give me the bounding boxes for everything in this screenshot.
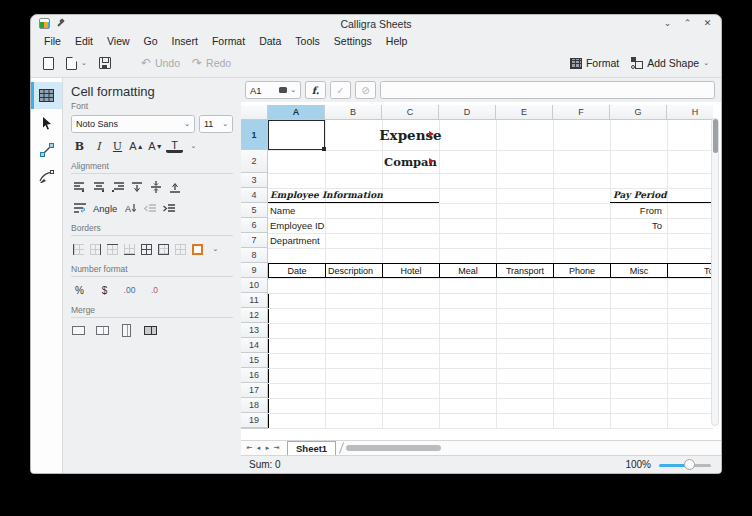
formula-wizard-button[interactable]: f. <box>305 81 326 99</box>
spreadsheet-grid[interactable]: 19181716151413121110987654321HGFEDCBA Ex… <box>241 105 713 431</box>
bold-button[interactable]: B <box>71 138 88 154</box>
zoom-slider-handle[interactable] <box>684 459 695 470</box>
pin-icon[interactable] <box>56 19 65 28</box>
column-header-c[interactable]: C <box>382 105 439 120</box>
font-family-select[interactable]: Noto Sans⌄ <box>71 115 195 133</box>
chevron-down-icon[interactable]: ⌄ <box>207 241 224 257</box>
align-left-icon[interactable] <box>71 179 88 195</box>
table-header-date[interactable]: Date <box>269 264 326 277</box>
table-header-phone[interactable]: Phone <box>554 264 611 277</box>
vertical-text-icon[interactable]: A <box>122 200 139 216</box>
border-top-icon[interactable] <box>105 242 120 257</box>
cell-c1-title[interactable]: Expense <box>325 120 496 150</box>
close-button[interactable]: ✕ <box>702 18 713 29</box>
merge-vertical-icon[interactable] <box>119 323 134 338</box>
row-header-7[interactable]: 7 <box>241 233 268 248</box>
unmerge-cells-icon[interactable] <box>143 323 158 338</box>
first-sheet-button[interactable]: ⇤ <box>245 444 254 452</box>
menu-format[interactable]: Format <box>205 33 252 49</box>
increase-precision-button[interactable]: .00 <box>121 282 138 298</box>
chevron-down-icon[interactable]: ⌄ <box>185 138 202 154</box>
select-all-corner[interactable] <box>241 105 268 120</box>
font-size-select[interactable]: 11⌄ <box>199 115 233 133</box>
cell-a4-employee-info[interactable]: Employee Information <box>268 188 439 203</box>
cell-a5-name[interactable]: Name <box>268 203 368 218</box>
vertical-scrollbar-thumb[interactable] <box>713 119 718 153</box>
new-document-button[interactable] <box>39 54 58 73</box>
column-header-a[interactable]: A <box>268 105 325 120</box>
indent-less-icon[interactable] <box>141 200 158 216</box>
maximize-button[interactable]: ⌃ <box>682 18 693 29</box>
angle-button[interactable]: Angle <box>90 200 120 216</box>
border-all-icon[interactable] <box>139 242 154 257</box>
row-header-18[interactable]: 18 <box>241 398 268 413</box>
last-sheet-button[interactable]: ⇥ <box>272 444 281 452</box>
column-header-e[interactable]: E <box>496 105 553 120</box>
undo-button[interactable]: ↶Undo <box>137 54 184 72</box>
formula-input[interactable] <box>380 81 715 99</box>
row-header-1[interactable]: 1 <box>241 120 268 150</box>
row-header-13[interactable]: 13 <box>241 323 268 338</box>
cell-selection-a1[interactable] <box>268 120 325 150</box>
path-tool-button[interactable] <box>31 163 62 190</box>
row-header-4[interactable]: 4 <box>241 188 268 203</box>
previous-sheet-button[interactable]: ◂ <box>254 444 263 452</box>
menu-go[interactable]: Go <box>137 33 165 49</box>
expense-table-header-row[interactable]: Date Description Hotel Meal Transport Ph… <box>268 263 713 278</box>
redo-button[interactable]: ↷Redo <box>188 54 235 72</box>
merge-cells-icon[interactable] <box>71 323 86 338</box>
row-header-19[interactable]: 19 <box>241 413 268 428</box>
column-header-h[interactable]: H <box>667 105 713 120</box>
selection-fill-handle[interactable] <box>322 147 326 151</box>
format-button[interactable]: Format <box>566 54 623 72</box>
merge-horizontal-icon[interactable] <box>95 323 110 338</box>
cell-g5-from[interactable]: From <box>610 203 665 218</box>
border-left-icon[interactable] <box>71 242 86 257</box>
menu-view[interactable]: View <box>100 33 137 49</box>
menu-insert[interactable]: Insert <box>165 33 205 49</box>
table-header-misc[interactable]: Misc <box>611 264 668 277</box>
row-header-15[interactable]: 15 <box>241 353 268 368</box>
align-center-icon[interactable] <box>90 179 107 195</box>
menu-data[interactable]: Data <box>252 33 288 49</box>
column-header-f[interactable]: F <box>553 105 610 120</box>
row-header-20[interactable] <box>241 428 268 429</box>
table-header-total[interactable]: Total <box>668 264 713 277</box>
column-header-b[interactable]: B <box>325 105 382 120</box>
cell-c2-subtitle[interactable]: Compan <box>325 150 496 173</box>
table-header-hotel[interactable]: Hotel <box>383 264 440 277</box>
menu-settings[interactable]: Settings <box>327 33 379 49</box>
cell-tool-button[interactable] <box>31 82 62 109</box>
title-bar[interactable]: Calligra Sheets ⌄ ⌃ ✕ <box>31 15 721 32</box>
minimize-button[interactable]: ⌄ <box>662 18 673 29</box>
text-color-button[interactable]: T <box>166 139 183 153</box>
align-bottom-icon[interactable] <box>166 179 183 195</box>
row-header-5[interactable]: 5 <box>241 203 268 218</box>
underline-button[interactable]: U <box>109 138 126 154</box>
next-sheet-button[interactable]: ▸ <box>263 444 272 452</box>
save-button[interactable] <box>95 54 115 72</box>
row-header-6[interactable]: 6 <box>241 218 268 233</box>
row-header-12[interactable]: 12 <box>241 308 268 323</box>
select-tool-button[interactable] <box>31 109 62 136</box>
grow-font-icon[interactable]: A▲ <box>128 138 145 154</box>
italic-button[interactable]: I <box>90 138 107 154</box>
table-header-meal[interactable]: Meal <box>440 264 497 277</box>
line-tool-button[interactable] <box>31 136 62 163</box>
sheet-tab[interactable]: Sheet1 <box>287 441 336 455</box>
row-header-3[interactable]: 3 <box>241 173 268 188</box>
zoom-slider[interactable] <box>659 459 711 471</box>
row-header-14[interactable]: 14 <box>241 338 268 353</box>
column-header-g[interactable]: G <box>610 105 667 120</box>
align-right-icon[interactable] <box>109 179 126 195</box>
cell-a7-department[interactable]: Department <box>268 233 368 248</box>
border-color-swatch[interactable] <box>190 242 205 257</box>
align-top-icon[interactable] <box>128 179 145 195</box>
cell-g6-to[interactable]: To <box>610 218 665 233</box>
border-bottom-icon[interactable] <box>122 242 137 257</box>
table-header-transport[interactable]: Transport <box>497 264 554 277</box>
cell-reference-box[interactable]: A1 ⌄ <box>245 81 301 99</box>
border-outline-icon[interactable] <box>156 242 171 257</box>
table-header-description[interactable]: Description <box>326 264 383 277</box>
row-header-10[interactable]: 10 <box>241 278 268 293</box>
